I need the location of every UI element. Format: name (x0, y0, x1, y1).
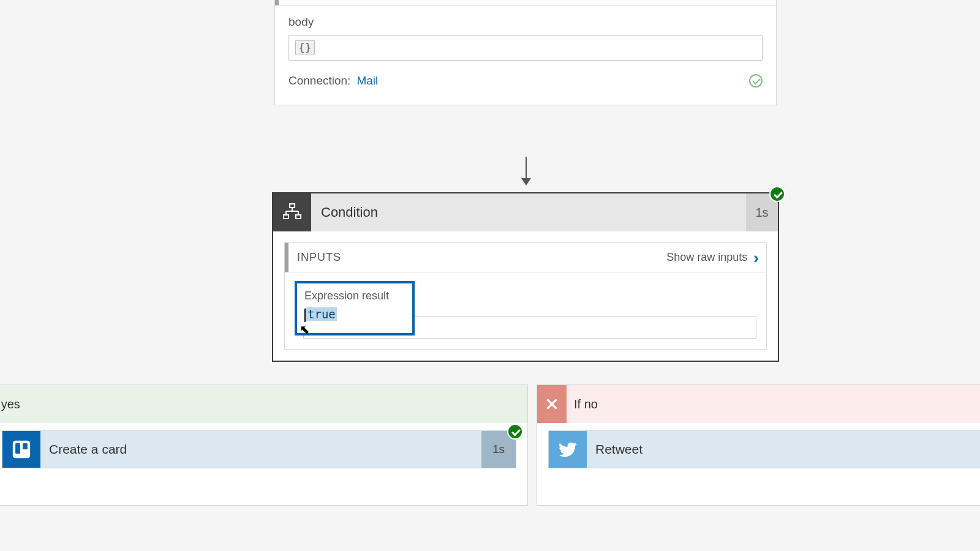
connection-link[interactable]: Mail (356, 74, 378, 88)
condition-title: Condition (311, 193, 746, 231)
expression-result-area: Expression result true ⬉ (285, 272, 766, 349)
show-raw-inputs-label: Show raw inputs (666, 251, 747, 264)
outputs-header: OUTPUTS Show raw outputs › (275, 0, 776, 6)
if-yes-label: If yes (0, 397, 20, 411)
connection-ok-icon (749, 74, 763, 88)
twitter-icon (549, 431, 587, 468)
condition-card: Condition 1s INPUTS Show raw inputs › Ex… (272, 192, 779, 362)
expression-label: Expression result (304, 290, 405, 302)
inputs-panel: INPUTS Show raw inputs › Expression resu… (284, 242, 767, 350)
x-icon (537, 385, 567, 423)
retweet-action[interactable]: Retweet (548, 430, 980, 468)
body-value-box[interactable]: {} (288, 35, 763, 61)
flow-arrow-icon (526, 157, 527, 184)
body-field: body {} (275, 6, 776, 61)
connection-label: Connection: (288, 74, 350, 88)
show-raw-inputs-link[interactable]: Show raw inputs › (666, 251, 759, 264)
svg-rect-5 (284, 215, 288, 219)
condition-icon (273, 193, 311, 231)
if-no-branch: If no Retweet (537, 384, 980, 506)
svg-rect-9 (23, 443, 28, 449)
outputs-card: OUTPUTS Show raw outputs › body {} Conne… (274, 0, 777, 105)
inputs-header: INPUTS Show raw inputs › (285, 243, 766, 272)
svg-rect-6 (296, 215, 301, 219)
cursor-icon: ⬉ (300, 322, 310, 337)
connection-row: Connection: Mail (275, 61, 776, 88)
retweet-title: Retweet (587, 431, 980, 468)
if-yes-branch: If yes Create a card 1s (0, 384, 528, 506)
if-no-label: If no (567, 397, 598, 411)
body-value: {} (295, 40, 315, 54)
expression-value[interactable]: true (304, 307, 337, 322)
create-card-action[interactable]: Create a card 1s (2, 430, 516, 468)
svg-rect-8 (15, 443, 20, 454)
success-badge-icon (769, 186, 785, 202)
success-badge-icon (507, 424, 523, 440)
condition-header[interactable]: Condition 1s (273, 193, 778, 231)
expression-highlight: Expression result true ⬉ (295, 281, 415, 335)
svg-rect-0 (290, 204, 295, 208)
create-card-title: Create a card (40, 431, 481, 468)
trello-icon (2, 431, 40, 468)
if-no-header[interactable]: If no (537, 385, 980, 423)
if-yes-header[interactable]: If yes (0, 385, 527, 423)
inputs-title: INPUTS (297, 251, 341, 264)
body-label: body (288, 15, 763, 29)
